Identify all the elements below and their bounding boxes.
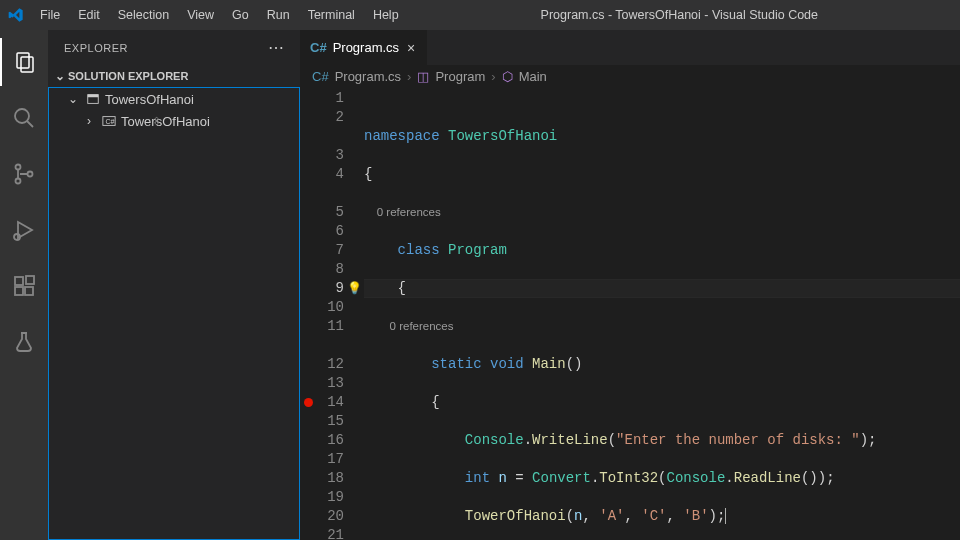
main-area: EXPLORER ⋯ ⌄ SOLUTION EXPLORER ⌄ TowersO…: [0, 30, 960, 540]
breadcrumb-file[interactable]: Program.cs: [335, 69, 401, 84]
svg-point-7: [14, 234, 20, 240]
menu-view[interactable]: View: [179, 4, 222, 26]
tab-bar: C# Program.cs ×: [300, 30, 960, 65]
svg-point-5: [16, 179, 21, 184]
editor-area: C# Program.cs × C# Program.cs › ◫ Progra…: [300, 30, 960, 540]
svg-rect-1: [21, 57, 33, 72]
svg-point-4: [16, 165, 21, 170]
svg-rect-0: [17, 53, 29, 68]
tree-label: TowersOfHanoi: [105, 92, 194, 107]
breadcrumb-class[interactable]: Program: [435, 69, 485, 84]
svg-rect-9: [15, 287, 23, 295]
svg-rect-8: [15, 277, 23, 285]
csharp-project-icon: C#: [101, 113, 117, 129]
svg-point-2: [15, 109, 29, 123]
chevron-right-icon: ›: [491, 69, 495, 84]
svg-rect-10: [25, 287, 33, 295]
vscode-logo-icon: [8, 7, 24, 23]
more-icon[interactable]: ⋯: [268, 38, 285, 57]
section-title: SOLUTION EXPLORER: [68, 70, 188, 82]
titlebar: File Edit Selection View Go Run Terminal…: [0, 0, 960, 30]
solution-icon: [85, 91, 101, 107]
chevron-right-icon: ›: [407, 69, 411, 84]
sidebar-header: EXPLORER ⋯: [48, 30, 300, 65]
menu-file[interactable]: File: [32, 4, 68, 26]
line-gutter[interactable]: 1 2 3 4 5 6 7 8 9💡 10 11 12 13 14 15 16 …: [300, 87, 364, 540]
run-debug-icon[interactable]: [0, 206, 48, 254]
menu-selection[interactable]: Selection: [110, 4, 177, 26]
menu-terminal[interactable]: Terminal: [300, 4, 363, 26]
csharp-file-icon: C#: [310, 40, 327, 55]
testing-icon[interactable]: [0, 318, 48, 366]
source-control-icon[interactable]: [0, 150, 48, 198]
menu-go[interactable]: Go: [224, 4, 257, 26]
svg-point-6: [28, 172, 33, 177]
section-header[interactable]: ⌄ SOLUTION EXPLORER: [48, 65, 300, 87]
code-content[interactable]: namespace TowersOfHanoi { 0 references c…: [364, 87, 960, 540]
lightbulb-icon[interactable]: 💡: [347, 280, 362, 299]
svg-text:C#: C#: [106, 118, 115, 125]
method-icon: ⬡: [502, 69, 513, 84]
svg-rect-13: [88, 95, 99, 98]
extensions-icon[interactable]: [0, 262, 48, 310]
tree-row-child[interactable]: › C# TowersOfHanoi ⇳: [53, 110, 299, 132]
chevron-down-icon: ⌄: [65, 92, 81, 106]
tree-label: TowersOfHanoi: [121, 114, 210, 129]
svg-line-3: [27, 121, 33, 127]
svg-rect-11: [26, 276, 34, 284]
sidebar-title: EXPLORER: [64, 42, 128, 54]
breadcrumb-method[interactable]: Main: [519, 69, 547, 84]
close-icon[interactable]: ×: [405, 40, 417, 56]
class-icon: ◫: [417, 69, 429, 84]
tree: ⌄ TowersOfHanoi › C# TowersOfHanoi ⇳: [48, 87, 300, 540]
chevron-right-icon: ›: [81, 114, 97, 128]
chevron-down-icon: ⌄: [52, 69, 68, 83]
activity-bar: [0, 30, 48, 540]
tab-program[interactable]: C# Program.cs ×: [300, 30, 428, 65]
breadcrumb[interactable]: C# Program.cs › ◫ Program › ⬡ Main: [300, 65, 960, 87]
code-editor[interactable]: 1 2 3 4 5 6 7 8 9💡 10 11 12 13 14 15 16 …: [300, 87, 960, 540]
csharp-file-icon: C#: [312, 69, 329, 84]
sidebar: EXPLORER ⋯ ⌄ SOLUTION EXPLORER ⌄ TowersO…: [48, 30, 300, 540]
menu-help[interactable]: Help: [365, 4, 407, 26]
breakpoint-icon[interactable]: [304, 398, 313, 407]
search-icon[interactable]: [0, 94, 48, 142]
explorer-icon[interactable]: [0, 38, 48, 86]
menu-bar: File Edit Selection View Go Run Terminal…: [32, 4, 407, 26]
window-title: Program.cs - TowersOfHanoi - Visual Stud…: [407, 8, 952, 22]
menu-edit[interactable]: Edit: [70, 4, 108, 26]
tab-label: Program.cs: [333, 40, 399, 55]
tree-row-project[interactable]: ⌄ TowersOfHanoi: [53, 88, 299, 110]
menu-run[interactable]: Run: [259, 4, 298, 26]
